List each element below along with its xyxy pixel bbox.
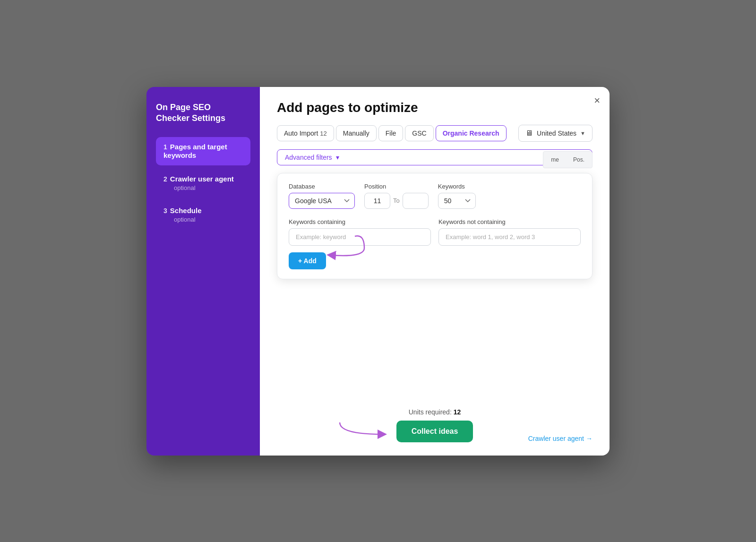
position-to-input[interactable]	[403, 193, 429, 209]
tab-organic-research-label: Organic Research	[443, 129, 499, 137]
tabs-row: Auto Import 12 Manually File GSC Organic…	[277, 125, 593, 142]
sidebar-item-1-label: Pages and target keywords	[163, 143, 227, 159]
tab-manually-label: Manually	[343, 129, 369, 137]
units-value: 12	[454, 408, 461, 416]
location-label: United States	[537, 129, 576, 137]
units-required-text: Units required: 12	[409, 408, 461, 416]
keywords-not-containing-label: Keywords not containing	[438, 218, 581, 225]
tab-file[interactable]: File	[378, 125, 404, 141]
sidebar-item-schedule[interactable]: 3Schedule optional	[156, 201, 250, 229]
sidebar-item-2-sub: optional	[174, 184, 243, 191]
main-content: × Add pages to optimize Auto Import 12 M…	[260, 87, 610, 456]
database-label: Database	[289, 183, 355, 190]
collect-ideas-button[interactable]: Collect ideas	[396, 421, 473, 442]
keywords-containing-label: Keywords containing	[289, 218, 431, 225]
tab-auto-import-badge: 12	[320, 130, 326, 137]
tab-organic-research[interactable]: Organic Research	[436, 125, 507, 141]
chevron-down-icon: ▼	[580, 130, 585, 136]
database-select[interactable]: Google USA Google UK Google CA	[289, 193, 355, 209]
sidebar-title: On Page SEO Checker Settings	[156, 102, 250, 124]
modal-wrapper: On Page SEO Checker Settings 1Pages and …	[146, 87, 610, 456]
filter-panel: Database Google USA Google UK Google CA …	[277, 173, 593, 279]
keywords-group: Keywords 50 100 200	[438, 183, 476, 209]
position-group: Position To	[364, 183, 429, 209]
tab-gsc-label: GSC	[412, 129, 426, 137]
chevron-down-icon: ▾	[336, 154, 339, 161]
page-title: Add pages to optimize	[277, 100, 593, 115]
sidebar-item-3-number: 3	[163, 207, 167, 215]
units-label: Units required:	[409, 408, 452, 416]
sidebar-item-2-number: 2	[163, 175, 167, 183]
table-header-peek: me Pos.	[543, 151, 593, 168]
crawler-user-agent-link[interactable]: Crawler user agent →	[528, 435, 593, 442]
tab-gsc[interactable]: GSC	[405, 125, 433, 141]
arrow-right-icon: →	[586, 435, 593, 442]
keyword-inputs-row: Keywords containing Keywords not contain…	[289, 218, 581, 246]
tab-file-label: File	[386, 129, 396, 137]
keywords-select[interactable]: 50 100 200	[438, 193, 476, 209]
monitor-icon: 🖥	[525, 129, 533, 138]
sidebar-item-3-sub: optional	[174, 216, 243, 223]
keywords-not-containing-input[interactable]	[438, 228, 581, 246]
position-to-label: To	[393, 197, 400, 204]
tab-auto-import[interactable]: Auto Import 12	[277, 125, 334, 141]
table-col-name: me	[551, 156, 559, 163]
tab-auto-import-label: Auto Import	[284, 129, 318, 137]
keywords-not-containing-group: Keywords not containing	[438, 218, 581, 246]
sidebar-item-1-number: 1	[163, 143, 167, 151]
sidebar-item-pages[interactable]: 1Pages and target keywords	[156, 137, 250, 165]
position-label: Position	[364, 183, 429, 190]
filter-row-1: Database Google USA Google UK Google CA …	[289, 183, 581, 209]
sidebar-item-crawler[interactable]: 2Crawler user agent optional	[156, 169, 250, 197]
collect-section: Units required: 12 Collect ideas	[396, 408, 473, 442]
keywords-containing-group: Keywords containing	[289, 218, 431, 246]
tab-manually[interactable]: Manually	[336, 125, 377, 141]
location-select[interactable]: 🖥 United States ▼	[518, 125, 593, 142]
close-button[interactable]: ×	[594, 95, 600, 106]
keywords-containing-input[interactable]	[289, 228, 431, 246]
sidebar-item-3-label: Schedule	[170, 206, 202, 215]
crawler-link-label: Crawler user agent	[528, 435, 584, 442]
add-button-wrapper: + Add	[289, 246, 326, 269]
sidebar: On Page SEO Checker Settings 1Pages and …	[146, 87, 260, 456]
keywords-label: Keywords	[438, 183, 476, 190]
bottom-section: Units required: 12 Collect ideas Crawler…	[277, 389, 593, 442]
add-button[interactable]: + Add	[289, 252, 326, 269]
table-col-pos: Pos.	[573, 156, 584, 163]
sidebar-item-2-label: Crawler user agent	[170, 175, 234, 183]
position-inputs: To	[364, 193, 429, 209]
database-group: Database Google USA Google UK Google CA	[289, 183, 355, 209]
position-from-input[interactable]	[364, 193, 390, 209]
advanced-filters-label: Advanced filters	[285, 154, 332, 161]
